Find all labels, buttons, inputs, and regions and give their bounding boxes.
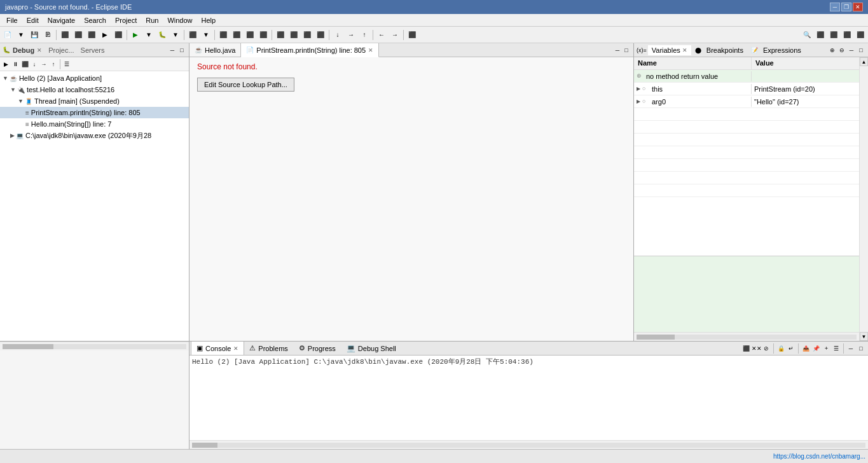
- left-h-track[interactable]: [3, 344, 186, 349]
- minimize-editor-btn[interactable]: ─: [613, 46, 622, 55]
- menu-edit[interactable]: Edit: [23, 15, 43, 25]
- toolbar-btn-8[interactable]: ▶: [99, 29, 111, 41]
- toolbar-share[interactable]: ⬛: [406, 29, 418, 41]
- variables-tab[interactable]: Variables ✕: [648, 45, 691, 55]
- maximize-panel-btn[interactable]: □: [177, 46, 186, 55]
- tree-item-frame2[interactable]: ≡ Hello.main(String[]) line: 7: [0, 118, 189, 130]
- toolbar-btn-4[interactable]: 🖹: [41, 29, 54, 41]
- toolbar-back[interactable]: ←: [375, 29, 388, 41]
- minimize-console-btn[interactable]: ─: [846, 344, 855, 353]
- minimize-panel-btn[interactable]: ─: [168, 46, 177, 55]
- toolbar-step-into[interactable]: ↓: [331, 29, 344, 41]
- toolbar-search-btn[interactable]: 🔍: [801, 29, 813, 41]
- left-h-thumb[interactable]: [3, 344, 53, 349]
- toolbar-persp-4[interactable]: ⬛: [854, 29, 867, 41]
- toolbar-btn-13[interactable]: ⬛: [230, 29, 243, 41]
- tree-item-frame1[interactable]: ≡ PrintStream.println(String) line: 805: [0, 107, 189, 118]
- project-tab[interactable]: Projec...: [48, 46, 74, 54]
- left-h-scrollbar[interactable]: [0, 342, 189, 350]
- servers-tab[interactable]: Servers: [81, 46, 105, 54]
- maximize-console-btn[interactable]: □: [857, 344, 865, 353]
- toolbar-new-btn[interactable]: 📄: [1, 29, 14, 41]
- tree-item-process[interactable]: ▶ 💻 C:\java\jdk8\bin\javaw.exe (2020年9月2…: [0, 130, 189, 141]
- toolbar-btn-16[interactable]: ⬛: [274, 29, 287, 41]
- view-menu-btn[interactable]: ☰: [832, 344, 841, 353]
- console-tab[interactable]: ▣ Console ✕: [191, 342, 244, 355]
- restore-button[interactable]: ❐: [841, 3, 851, 11]
- scroll-up-arrow[interactable]: ▲: [860, 57, 868, 66]
- word-wrap-btn[interactable]: ↵: [787, 344, 796, 353]
- toolbar-fwd[interactable]: →: [389, 29, 401, 41]
- menu-window[interactable]: Window: [163, 15, 196, 25]
- toolbar-btn-10[interactable]: ⬛: [186, 29, 199, 41]
- expand-2[interactable]: ▶: [637, 99, 640, 104]
- debug-tab-label[interactable]: Debug: [13, 46, 34, 54]
- step-into-btn[interactable]: ↓: [30, 60, 39, 69]
- remove-terminated-btn[interactable]: ✕✕: [752, 344, 761, 353]
- expand-arrow-1[interactable]: ▼: [10, 86, 16, 93]
- variables-toolbar-2[interactable]: ⊖: [837, 46, 846, 55]
- minimize-button[interactable]: ─: [830, 3, 840, 11]
- step-return-btn[interactable]: ↑: [49, 60, 58, 69]
- toolbar-btn-12[interactable]: ⬛: [217, 29, 230, 41]
- menu-file[interactable]: File: [3, 15, 22, 25]
- debug-shell-tab[interactable]: 💻 Debug Shell: [341, 342, 402, 355]
- vars-v-scrollbar[interactable]: ▲ ▼: [859, 57, 868, 341]
- new-console-btn[interactable]: ＋: [822, 344, 830, 353]
- expand-1[interactable]: ▶: [637, 86, 640, 92]
- status-link[interactable]: https://blog.csdn.net/cnbamarg...: [773, 453, 865, 460]
- toolbar-btn-2[interactable]: ▼: [15, 29, 27, 41]
- console-h-thumb[interactable]: [192, 443, 217, 448]
- toolbar-persp-1[interactable]: ⬛: [814, 29, 827, 41]
- expand-arrow-5[interactable]: ▶: [10, 132, 15, 139]
- menu-project[interactable]: Project: [111, 15, 141, 25]
- breakpoints-tab[interactable]: Breakpoints: [703, 45, 747, 55]
- toolbar-btn-3[interactable]: 💾: [28, 29, 41, 41]
- expand-arrow-0[interactable]: ▼: [3, 75, 8, 81]
- console-h-scrollbar[interactable]: [189, 440, 868, 449]
- tree-item-thread[interactable]: ▼ 🧵 Thread [main] (Suspended): [0, 95, 189, 107]
- scroll-lock-btn[interactable]: 🔒: [776, 344, 785, 353]
- vars-h-scroll-track[interactable]: [637, 335, 857, 340]
- toolbar-btn-7[interactable]: ⬛: [85, 29, 98, 41]
- toolbar-btn-5[interactable]: ⬛: [59, 29, 71, 41]
- step-over-btn[interactable]: →: [39, 60, 48, 69]
- vars-h-scroll-thumb[interactable]: [637, 335, 675, 340]
- terminate-console-btn[interactable]: ⬛: [741, 344, 750, 353]
- open-console-btn[interactable]: 📤: [801, 344, 810, 353]
- console-h-track[interactable]: [192, 443, 865, 448]
- toolbar-btn-17[interactable]: ⬛: [287, 29, 300, 41]
- maximize-editor-btn[interactable]: □: [622, 46, 631, 55]
- pin-console-btn[interactable]: 📌: [811, 344, 820, 353]
- toolbar-btn-11[interactable]: ▼: [200, 29, 212, 41]
- toolbar-btn-18[interactable]: ⬛: [301, 29, 313, 41]
- progress-tab[interactable]: ⚙ Progress: [294, 342, 341, 355]
- expand-arrow-2[interactable]: ▼: [18, 98, 24, 104]
- var-row-1[interactable]: ▶ ○ this PrintStream (id=20): [634, 83, 859, 95]
- debug-tree[interactable]: ▼ ☕ Hello (2) [Java Application] ▼ 🔌 tes…: [0, 71, 189, 341]
- toolbar-debug-arrow[interactable]: ▼: [169, 29, 182, 41]
- var-row-2[interactable]: ▶ ○ arg0 "Hello" (id=27): [634, 95, 859, 108]
- variables-toolbar-1[interactable]: ⊕: [828, 46, 837, 55]
- toolbar-step-return[interactable]: ↑: [358, 29, 371, 41]
- resume-btn[interactable]: ▶: [1, 60, 10, 69]
- edit-source-lookup-btn[interactable]: Edit Source Lookup Path...: [197, 78, 294, 92]
- scroll-down-arrow[interactable]: ▼: [860, 332, 868, 341]
- variables-tab-close[interactable]: ✕: [682, 47, 687, 53]
- console-tab-close[interactable]: ✕: [233, 345, 238, 352]
- toolbar-btn-9[interactable]: ⬛: [112, 29, 125, 41]
- close-button[interactable]: ✕: [853, 3, 863, 11]
- tab-printstream-close[interactable]: ✕: [368, 47, 373, 53]
- tree-item-app[interactable]: ▼ ☕ Hello (2) [Java Application]: [0, 73, 189, 84]
- debug-tab-close[interactable]: ✕: [37, 47, 42, 53]
- toolbar-run-arrow[interactable]: ▼: [142, 29, 155, 41]
- view-btn[interactable]: ☰: [62, 60, 71, 69]
- clear-console-btn[interactable]: ⊘: [762, 344, 771, 353]
- var-row-0[interactable]: ⊕ no method return value: [634, 70, 859, 83]
- tab-printstream[interactable]: 📄 PrintStream.println(String) line: 805 …: [241, 43, 379, 57]
- menu-run[interactable]: Run: [142, 15, 162, 25]
- terminate-btn[interactable]: ⬛: [20, 60, 29, 69]
- toolbar-persp-3[interactable]: ⬛: [841, 29, 853, 41]
- tree-item-host[interactable]: ▼ 🔌 test.Hello at localhost:55216: [0, 84, 189, 95]
- menu-help[interactable]: Help: [198, 15, 220, 25]
